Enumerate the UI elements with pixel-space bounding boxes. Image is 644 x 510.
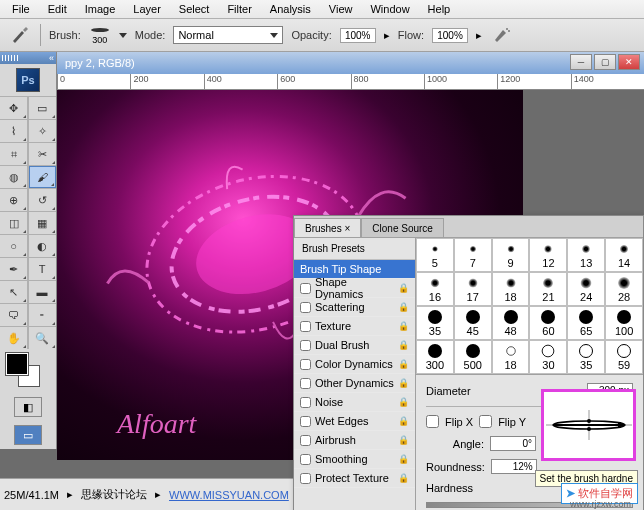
menu-layer[interactable]: Layer	[125, 1, 169, 17]
brush-option-smoothing[interactable]: Smoothing🔒	[294, 450, 415, 469]
marquee-tool[interactable]: ▭	[29, 97, 56, 119]
brush-preset-21[interactable]: 21	[529, 272, 567, 306]
mode-dropdown[interactable]: Normal	[173, 26, 283, 44]
brush-option-texture[interactable]: Texture🔒	[294, 317, 415, 336]
wand-tool[interactable]: ✧	[29, 120, 56, 142]
heal-tool[interactable]: ◍	[0, 166, 27, 188]
brush-preset-12[interactable]: 12	[529, 238, 567, 272]
notes-tool[interactable]: 🗨	[0, 304, 27, 326]
slice-tool[interactable]: ✂	[29, 143, 56, 165]
brush-option-checkbox[interactable]	[300, 340, 311, 351]
eyedropper-tool[interactable]: ⁃	[29, 304, 56, 326]
menu-window[interactable]: Window	[362, 1, 417, 17]
screenmode-button[interactable]: ▭	[14, 425, 42, 445]
brush-option-checkbox[interactable]	[300, 359, 311, 370]
dodge-tool[interactable]: ◐	[29, 235, 56, 257]
brush-option-wet-edges[interactable]: Wet Edges🔒	[294, 412, 415, 431]
brush-option-other-dynamics[interactable]: Other Dynamics🔒	[294, 374, 415, 393]
color-swatches[interactable]	[0, 349, 56, 393]
flipy-checkbox[interactable]	[479, 415, 492, 428]
brush-option-checkbox[interactable]	[300, 435, 311, 446]
brush-option-checkbox[interactable]	[300, 473, 311, 484]
path-tool[interactable]: ↖	[0, 281, 27, 303]
shape-tool[interactable]: ▬	[29, 281, 56, 303]
status-link[interactable]: WWW.MISSYUAN.COM	[169, 489, 289, 501]
lasso-tool[interactable]: ⌇	[0, 120, 27, 142]
history-brush-tool[interactable]: ↺	[29, 189, 56, 211]
menu-view[interactable]: View	[321, 1, 361, 17]
brush-preset-300[interactable]: 300	[416, 340, 454, 374]
type-tool[interactable]: T	[29, 258, 56, 280]
close-button[interactable]: ✕	[618, 54, 640, 70]
brush-presets-header[interactable]: Brush Presets	[294, 238, 415, 260]
minimize-button[interactable]: ─	[570, 54, 592, 70]
brush-option-airbrush[interactable]: Airbrush🔒	[294, 431, 415, 450]
opacity-input[interactable]	[340, 28, 376, 43]
flipx-checkbox[interactable]	[426, 415, 439, 428]
brush-preset-60[interactable]: 60	[529, 306, 567, 340]
pen-tool[interactable]: ✒	[0, 258, 27, 280]
airbrush-icon[interactable]	[490, 23, 514, 47]
brush-option-shape-dynamics[interactable]: Shape Dynamics🔒	[294, 279, 415, 298]
brush-option-protect-texture[interactable]: Protect Texture🔒	[294, 469, 415, 488]
brush-preset-13[interactable]: 13	[567, 238, 605, 272]
brush-preset-7[interactable]: 7	[454, 238, 492, 272]
brush-size-picker[interactable]: 300	[89, 25, 111, 45]
brush-preset-35[interactable]: 35	[567, 340, 605, 374]
brush-preset-30[interactable]: 30	[529, 340, 567, 374]
toolbox-grip[interactable]: «	[0, 52, 56, 64]
brush-preset-59[interactable]: 59	[605, 340, 643, 374]
zoom-tool[interactable]: 🔍	[29, 327, 56, 349]
brush-option-checkbox[interactable]	[300, 302, 311, 313]
tab-clone-source[interactable]: Clone Source	[361, 218, 444, 237]
brush-option-checkbox[interactable]	[300, 283, 311, 294]
brush-option-checkbox[interactable]	[300, 416, 311, 427]
angle-input[interactable]	[490, 436, 536, 451]
brush-dropdown-icon[interactable]	[119, 33, 127, 38]
menu-edit[interactable]: Edit	[40, 1, 75, 17]
opacity-arrow-icon[interactable]: ▸	[384, 29, 390, 42]
brush-angle-preview[interactable]	[541, 389, 636, 461]
brush-preset-28[interactable]: 28	[605, 272, 643, 306]
menu-file[interactable]: File	[4, 1, 38, 17]
brush-preset-45[interactable]: 45	[454, 306, 492, 340]
menu-select[interactable]: Select	[171, 1, 218, 17]
brush-option-checkbox[interactable]	[300, 397, 311, 408]
brush-preset-24[interactable]: 24	[567, 272, 605, 306]
brush-preset-100[interactable]: 100	[605, 306, 643, 340]
brush-preset-18[interactable]: 18	[492, 340, 530, 374]
brush-preset-18[interactable]: 18	[492, 272, 530, 306]
move-tool[interactable]: ✥	[0, 97, 27, 119]
brush-preset-500[interactable]: 500	[454, 340, 492, 374]
brush-preset-35[interactable]: 35	[416, 306, 454, 340]
blur-tool[interactable]: ○	[0, 235, 27, 257]
brush-option-checkbox[interactable]	[300, 454, 311, 465]
brush-tool[interactable]: 🖌	[29, 166, 56, 188]
maximize-button[interactable]: ▢	[594, 54, 616, 70]
flow-input[interactable]	[432, 28, 468, 43]
crop-tool[interactable]: ⌗	[0, 143, 27, 165]
roundness-input[interactable]	[491, 459, 537, 474]
brush-preset-65[interactable]: 65	[567, 306, 605, 340]
menu-filter[interactable]: Filter	[219, 1, 259, 17]
brush-option-scattering[interactable]: Scattering🔒	[294, 298, 415, 317]
menu-help[interactable]: Help	[420, 1, 459, 17]
brush-preset-17[interactable]: 17	[454, 272, 492, 306]
flow-arrow-icon[interactable]: ▸	[476, 29, 482, 42]
brush-preset-5[interactable]: 5	[416, 238, 454, 272]
brush-preset-16[interactable]: 16	[416, 272, 454, 306]
brush-option-color-dynamics[interactable]: Color Dynamics🔒	[294, 355, 415, 374]
brush-option-noise[interactable]: Noise🔒	[294, 393, 415, 412]
quickmask-button[interactable]: ◧	[14, 397, 42, 417]
menu-analysis[interactable]: Analysis	[262, 1, 319, 17]
hand-tool[interactable]: ✋	[0, 327, 27, 349]
tab-brushes[interactable]: Brushes ×	[294, 218, 361, 237]
eraser-tool[interactable]: ◫	[0, 212, 27, 234]
foreground-color-swatch[interactable]	[6, 353, 28, 375]
brush-option-dual-brush[interactable]: Dual Brush🔒	[294, 336, 415, 355]
gradient-tool[interactable]: ▦	[29, 212, 56, 234]
menu-image[interactable]: Image	[77, 1, 124, 17]
brush-tool-icon[interactable]	[8, 23, 32, 47]
stamp-tool[interactable]: ⊕	[0, 189, 27, 211]
brush-preset-48[interactable]: 48	[492, 306, 530, 340]
